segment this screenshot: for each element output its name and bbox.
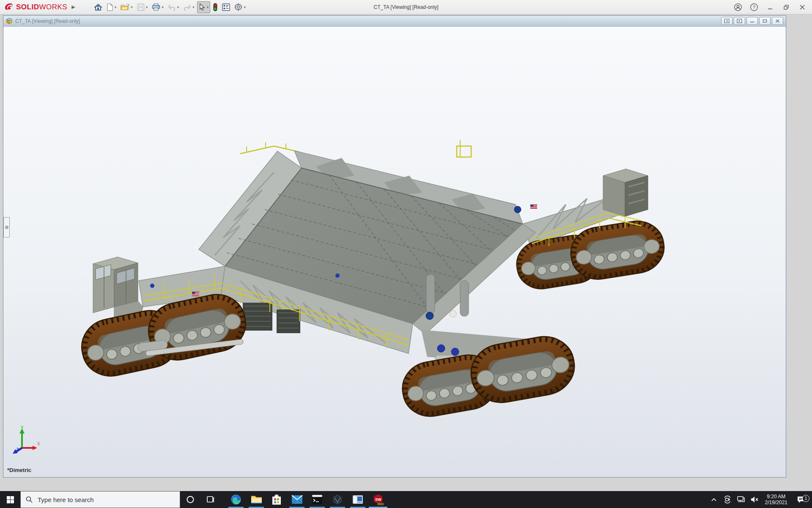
- print-dropdown-arrow[interactable]: ▾: [162, 5, 164, 9]
- document-title: CT_TA [Viewing] [Read-only]: [15, 18, 80, 24]
- taskbar-edge-button[interactable]: [226, 491, 246, 508]
- taskbar-composer-button[interactable]: [348, 491, 368, 508]
- options-dropdown-arrow[interactable]: ▾: [244, 5, 246, 9]
- titlebar-right-controls: ?: [731, 2, 812, 13]
- taskbar-mail-button[interactable]: [287, 491, 307, 508]
- account-button[interactable]: [731, 2, 745, 13]
- task-view-button[interactable]: [200, 491, 221, 508]
- close-button[interactable]: [795, 2, 809, 13]
- cortana-icon: [186, 495, 195, 504]
- doc-dock-left-button[interactable]: [721, 17, 732, 25]
- task-view-icon: [206, 495, 215, 504]
- notification-badge: 1: [802, 495, 809, 502]
- chevron-up-icon: [711, 497, 717, 502]
- command-prompt-icon: [312, 494, 323, 505]
- solidworks-brand: SOLIDWORKS ▶: [0, 3, 80, 11]
- home-button[interactable]: [92, 1, 104, 13]
- meet-now-camera-icon: [723, 495, 732, 504]
- visualize-hexagon-icon: [332, 494, 343, 505]
- document-window: CT_TA [Viewing] [Read-only]: [3, 15, 786, 478]
- solidworks-2021-icon: SW 2021: [372, 494, 384, 505]
- undo-dropdown-arrow[interactable]: ▾: [177, 5, 179, 9]
- graphics-viewport[interactable]: Y X Z *Dimetric: [3, 27, 786, 477]
- options-gear-icon: [234, 3, 242, 11]
- doc-close-button[interactable]: [772, 17, 783, 25]
- select-tool-button[interactable]: ▾: [197, 1, 211, 13]
- model-canvas[interactable]: [3, 27, 785, 477]
- print-icon: [152, 3, 160, 11]
- taskbar-solidworks-button[interactable]: SW 2021: [368, 491, 388, 508]
- taskbar-file-explorer-button[interactable]: [246, 491, 266, 508]
- search-icon: [26, 496, 33, 503]
- composer-window-icon: [352, 495, 363, 504]
- tray-network-button[interactable]: [735, 496, 747, 503]
- taskbar-store-button[interactable]: [266, 491, 287, 508]
- taskbar-search-input[interactable]: Type here to search: [20, 491, 180, 508]
- doc-restore-button[interactable]: [759, 17, 771, 25]
- mail-icon: [291, 495, 303, 504]
- tray-chevron-button[interactable]: [708, 497, 720, 502]
- open-dropdown-arrow[interactable]: ▾: [131, 5, 133, 9]
- help-button[interactable]: ?: [747, 2, 761, 13]
- clock-time: 9:20 AM: [765, 494, 787, 500]
- select-dropdown-arrow[interactable]: ▾: [207, 5, 209, 9]
- assembly-cube-icon: [6, 18, 13, 24]
- file-properties-button[interactable]: [220, 1, 232, 13]
- search-placeholder: Type here to search: [38, 496, 94, 503]
- tray-meet-now-button[interactable]: [721, 495, 734, 504]
- save-icon: [137, 3, 145, 11]
- triad-y-label: Y: [21, 426, 24, 430]
- edge-icon: [230, 494, 241, 505]
- file-properties-icon: [222, 3, 230, 11]
- start-button[interactable]: [0, 491, 20, 508]
- pinned-apps: SW 2021: [226, 491, 388, 508]
- clock-date: 2/19/2021: [765, 500, 787, 505]
- network-ethernet-icon: [737, 496, 745, 503]
- front-right-assembly: [398, 330, 579, 421]
- brand-wordmark: SOLIDWORKS: [16, 3, 67, 11]
- windows-logo-icon: [7, 496, 14, 503]
- new-document-button[interactable]: ▾: [105, 1, 118, 13]
- document-window-controls: [721, 17, 783, 25]
- svg-text:SW: SW: [375, 497, 381, 502]
- redo-dropdown-arrow[interactable]: ▾: [192, 5, 195, 9]
- svg-text:2021: 2021: [377, 502, 384, 505]
- dassault-logo-icon: [4, 3, 14, 11]
- restore-button[interactable]: [779, 2, 793, 13]
- taskbar-command-prompt-button[interactable]: [307, 491, 327, 508]
- triad-z-label: Z: [16, 447, 19, 452]
- open-button[interactable]: ▾: [119, 1, 134, 13]
- doc-dock-right-button[interactable]: [734, 17, 745, 25]
- new-dropdown-arrow[interactable]: ▾: [115, 5, 117, 9]
- print-button[interactable]: ▾: [150, 1, 165, 13]
- minimize-button[interactable]: [763, 2, 777, 13]
- system-tray: 9:20 AM 2/19/2021 1: [708, 491, 812, 508]
- taskbar: Type here to search: [0, 491, 812, 508]
- volume-muted-icon: [750, 496, 759, 503]
- tray-volume-muted-button[interactable]: [748, 496, 761, 503]
- redo-icon: [183, 4, 191, 11]
- document-titlebar[interactable]: CT_TA [Viewing] [Read-only]: [3, 16, 786, 27]
- taskbar-visualize-button[interactable]: [327, 491, 348, 508]
- select-cursor-icon: [199, 3, 206, 11]
- cortana-button[interactable]: [180, 491, 200, 508]
- feature-panel-collapse-tab[interactable]: [3, 217, 10, 237]
- redo-button[interactable]: ▾: [181, 1, 196, 13]
- quick-access-toolbar: ▾ ▾ ▾ ▾ ▾ ▾ ▾: [92, 1, 247, 13]
- home-icon: [94, 3, 102, 11]
- save-dropdown-arrow[interactable]: ▾: [146, 5, 148, 9]
- options-button[interactable]: ▾: [233, 1, 247, 13]
- taskbar-clock[interactable]: 9:20 AM 2/19/2021: [762, 494, 791, 505]
- store-icon: [272, 494, 282, 505]
- rebuild-button[interactable]: [211, 1, 219, 13]
- open-folder-icon: [121, 3, 129, 11]
- undo-icon: [168, 4, 176, 11]
- menu-flyout-arrow[interactable]: ▶: [71, 4, 75, 10]
- undo-button[interactable]: ▾: [166, 1, 181, 13]
- action-center-button[interactable]: 1: [792, 496, 810, 504]
- doc-minimize-button[interactable]: [746, 17, 758, 25]
- save-button[interactable]: ▾: [135, 1, 150, 13]
- view-orientation-label: *Dimetric: [7, 467, 31, 473]
- file-explorer-icon: [251, 494, 262, 505]
- orientation-triad: Y X Z: [11, 426, 41, 455]
